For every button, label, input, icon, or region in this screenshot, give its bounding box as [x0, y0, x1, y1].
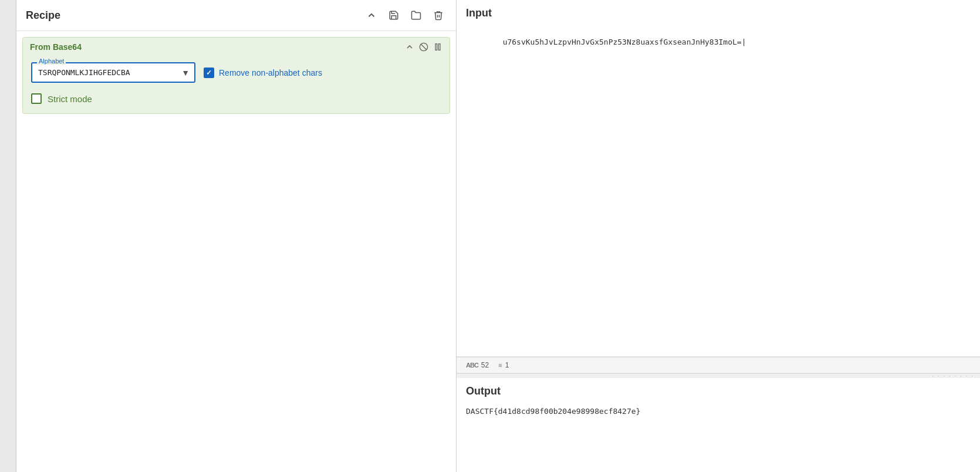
operation-body: Alphabet ▼ Remove non-alphabet chars Str… [23, 56, 450, 113]
input-content-area[interactable]: u76svKu5hJvLzpvHnJvGx5nPz53Nz8uaxsfGxsea… [457, 24, 980, 356]
recipe-title: Recipe [26, 9, 60, 22]
remove-nonalpha-checkbox[interactable] [204, 68, 214, 78]
operation-disable-button[interactable] [419, 42, 428, 52]
input-cursor [742, 38, 746, 46]
recipe-panel: Recipe [16, 0, 457, 472]
open-folder-button[interactable] [408, 7, 424, 23]
status-bar: ABC 52 ≡ 1 [457, 357, 980, 373]
strict-mode-row: Strict mode [31, 93, 441, 104]
io-panel: Input u76svKu5hJvLzpvHnJvGx5nPz53Nz8uaxs… [457, 0, 980, 472]
collapse-button[interactable] [363, 7, 380, 23]
output-content-area[interactable]: DASCTF{d41d8cd98f00b204e98998ecf8427e} [457, 402, 980, 420]
char-count-item: ABC 52 [466, 361, 489, 369]
main-container: Recipe [16, 0, 980, 472]
remove-nonalpha-row: Remove non-alphabet chars [204, 68, 322, 78]
recipe-header-icons [363, 7, 447, 23]
operation-header-icons [405, 42, 442, 52]
operation-collapse-button[interactable] [405, 42, 414, 52]
remove-nonalpha-label: Remove non-alphabet chars [219, 68, 322, 77]
line-count-value: 1 [505, 361, 509, 369]
strict-mode-checkbox[interactable] [31, 93, 42, 104]
alphabet-select-wrapper: Alphabet ▼ [31, 62, 195, 83]
input-section: Input u76svKu5hJvLzpvHnJvGx5nPz53Nz8uaxs… [457, 0, 980, 357]
operation-title: From Base64 [30, 42, 82, 52]
input-text: u76svKu5hJvLzpvHnJvGx5nPz53Nz8uaxsfGxsea… [503, 38, 742, 46]
alphabet-row: Alphabet ▼ Remove non-alphabet chars [31, 62, 441, 83]
strict-mode-label: Strict mode [48, 94, 92, 104]
output-section: Output DASCTF{d41d8cd98f00b204e98998ecf8… [457, 378, 980, 472]
alphabet-label: Alphabet [37, 58, 66, 65]
delete-button[interactable] [430, 7, 447, 23]
operation-pause-button[interactable] [433, 42, 442, 52]
resize-handle[interactable]: · · · · · · · · [457, 373, 980, 378]
line-count-item: ≡ 1 [498, 361, 509, 369]
operation-header: From Base64 [23, 38, 450, 56]
svg-rect-2 [435, 44, 437, 50]
input-title: Input [457, 0, 980, 24]
char-count-value: 52 [481, 361, 489, 369]
left-strip [0, 0, 16, 472]
line-count-icon: ≡ [498, 362, 502, 369]
svg-rect-3 [438, 44, 440, 50]
alphabet-input[interactable] [32, 63, 194, 82]
output-text: DASCTF{d41d8cd98f00b204e98998ecf8427e} [466, 407, 640, 416]
output-title: Output [457, 378, 980, 402]
char-count-icon: ABC [466, 362, 478, 369]
operation-card: From Base64 [22, 37, 450, 114]
save-button[interactable] [386, 7, 402, 23]
svg-line-1 [421, 44, 426, 49]
recipe-header: Recipe [16, 0, 456, 31]
